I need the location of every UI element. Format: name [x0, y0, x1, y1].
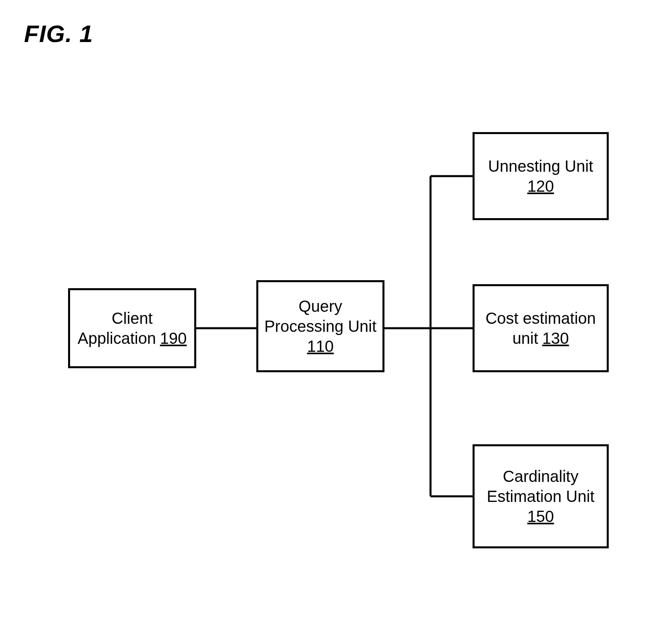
unnesting-line1: Unnesting Unit: [488, 156, 593, 176]
cardinality-ref: 150: [527, 506, 554, 526]
unnesting-ref: 120: [527, 176, 554, 196]
query-line1: Query: [299, 296, 342, 316]
query-ref: 110: [307, 336, 334, 356]
client-line2: Application190: [78, 328, 187, 348]
figure-title: FIG. 1: [24, 20, 93, 48]
query-line2: Processing Unit: [264, 316, 376, 336]
box-cardinality-estimation-unit: Cardinality Estimation Unit 150: [473, 444, 609, 548]
cost-line1: Cost estimation: [485, 308, 596, 328]
client-line2-text: Application: [78, 329, 156, 347]
box-query-processing-unit: Query Processing Unit 110: [256, 280, 384, 372]
box-cost-estimation-unit: Cost estimation unit130: [473, 284, 609, 372]
client-ref: 190: [160, 329, 187, 347]
box-unnesting-unit: Unnesting Unit 120: [473, 132, 609, 220]
cost-ref: 130: [542, 329, 569, 347]
client-line1: Client: [112, 308, 153, 328]
cardinality-line1: Cardinality: [503, 466, 579, 486]
box-client-application: Client Application190: [68, 288, 196, 368]
cost-line2: unit130: [512, 328, 569, 348]
cardinality-line2: Estimation Unit: [487, 486, 595, 506]
cost-line2-text: unit: [512, 329, 538, 347]
